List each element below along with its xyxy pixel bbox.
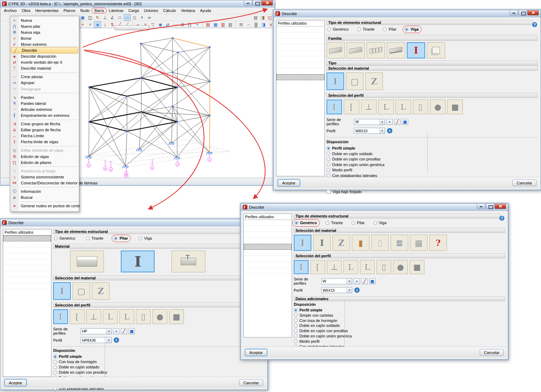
toolbar-icon[interactable]: ∞ (146, 14, 153, 21)
profile-list-item[interactable] (276, 26, 324, 32)
toolbar-icon[interactable]: ∏ (186, 21, 193, 28)
menu-item[interactable]: ↘ Pandeo (10, 94, 79, 100)
maximize-button[interactable] (518, 10, 527, 15)
profile-list-item[interactable] (3, 271, 51, 277)
familia-button[interactable] (387, 42, 405, 58)
menu-item[interactable]: ⋈ Conectar/Desconectar de interior de lá… (10, 180, 79, 186)
radio-option[interactable]: Con losa de hormigón (294, 318, 337, 323)
menu-item[interactable]: ▦ Editar ambiente de vigas (10, 147, 79, 153)
menubar-item[interactable]: Láminas (106, 8, 126, 13)
toolbar-icon[interactable]: + (194, 21, 201, 28)
profile-list-item[interactable] (244, 238, 292, 244)
menubar-item[interactable]: Barra (92, 8, 106, 13)
close-button[interactable] (261, 0, 273, 6)
toolbar-icon[interactable]: ▣ (79, 14, 86, 21)
aceptar-button[interactable]: Aceptar (245, 349, 267, 356)
familia-button[interactable] (367, 42, 385, 58)
menu-item[interactable]: + Nueva (10, 17, 79, 23)
toolbar-icon[interactable]: ◫ (87, 14, 94, 21)
perfil-select[interactable]: W8X10 (354, 128, 385, 134)
cancelar-button[interactable]: Cancelar (512, 179, 536, 186)
serie-tool-button[interactable]: + (354, 278, 360, 284)
dropdown-arrow-icon[interactable] (379, 119, 385, 125)
profile-shape-button[interactable]: L (343, 260, 358, 274)
radio-option[interactable]: Con losa de hormigón (53, 360, 97, 364)
material-button[interactable]: ▮ (352, 235, 369, 251)
help-icon[interactable]: ? (532, 22, 537, 27)
profile-list-item[interactable] (276, 50, 324, 56)
serie-tool-button[interactable]: + (386, 119, 393, 125)
toolbar-icon[interactable]: ≣ (179, 21, 186, 28)
radio-option[interactable]: Pilar (114, 236, 128, 241)
toolbar-icon[interactable]: ↻ (94, 14, 101, 21)
radio-option[interactable]: Genérico (294, 220, 317, 225)
profile-list-item[interactable] (244, 244, 292, 250)
serie-tool-button[interactable]: ▦ (129, 328, 135, 334)
toolbar-icon[interactable]: ∩ (245, 21, 252, 28)
profile-shape-button[interactable]: [ (310, 260, 325, 274)
profile-list-item[interactable] (3, 247, 51, 253)
toolbar-icon[interactable]: □ (116, 14, 123, 21)
menu-item[interactable]: ⌂ Sistema sismorresistente (10, 174, 79, 180)
menubar-item[interactable]: Archivo (1, 8, 19, 13)
radio-option[interactable]: Doble en cajón soldado (327, 152, 373, 156)
radio-option[interactable]: Genérico (327, 27, 349, 32)
profile-list-item[interactable] (244, 232, 292, 238)
material-button[interactable]: ▯ (371, 235, 389, 251)
profile-shape-button[interactable]: ● (153, 309, 167, 324)
menu-item[interactable]: ∗ Generar nudos en puntos de corte (10, 203, 79, 209)
menubar-item[interactable]: Ventana (179, 8, 198, 13)
profile-list-item[interactable] (276, 62, 324, 68)
material-big-button[interactable] (172, 251, 205, 272)
minimize-button[interactable] (477, 204, 485, 209)
material-button[interactable]: ▦ (410, 235, 428, 251)
toolbar-icon[interactable]: ∠ (109, 14, 116, 21)
toolbar-icon[interactable]: ▦ (212, 21, 219, 28)
serie-tool-button[interactable]: ╱ (121, 328, 127, 334)
profile-shape-button[interactable]: [ (344, 100, 359, 114)
toolbar-icon[interactable]: ▥ (219, 21, 226, 28)
material-button[interactable]: ? (429, 235, 447, 251)
radio-option[interactable]: Pilar (383, 27, 396, 32)
material-button[interactable]: ▢ (73, 282, 90, 300)
minimize-button[interactable] (510, 10, 518, 15)
profile-shape-button[interactable]: [ (70, 309, 85, 324)
material-button[interactable]: Z (92, 282, 110, 300)
toolbar-icon[interactable]: ⇄ (164, 21, 171, 28)
toolbar-icon[interactable]: ◉ (157, 21, 164, 28)
familia-button[interactable] (347, 42, 365, 58)
profile-shape-button[interactable]: ■ (410, 260, 424, 274)
menu-item[interactable]: ⇉ Crear grupos de flecha (10, 121, 79, 127)
profile-list-item[interactable] (276, 44, 324, 50)
radio-option[interactable]: Doble en cajón con presillas (53, 370, 107, 374)
dropdown-arrow-icon[interactable] (106, 329, 111, 334)
material-button[interactable]: ▢ (346, 72, 363, 90)
profile-shape-button[interactable]: ● (430, 100, 446, 114)
profile-shape-button[interactable]: ● (393, 260, 408, 274)
profile-list-item[interactable] (276, 32, 324, 38)
toolbar-icon[interactable]: ▤ (203, 21, 212, 28)
help-icon[interactable]: ? (499, 216, 504, 221)
radio-option[interactable]: Viga (138, 236, 152, 241)
material-big-button[interactable] (121, 251, 155, 272)
info-icon[interactable]: i (114, 337, 119, 343)
material-button[interactable]: I (313, 235, 331, 251)
menu-item[interactable]: ∿ Resistencia al fuego (10, 168, 79, 174)
aceptar-button[interactable]: Aceptar (278, 179, 300, 186)
profile-list-item[interactable] (3, 277, 51, 283)
material-button[interactable]: I (327, 72, 344, 90)
menubar-item[interactable]: Nudo (78, 8, 92, 13)
profile-shape-button[interactable]: ⊥ (361, 100, 377, 114)
cancelar-button[interactable]: Cancelar (480, 349, 504, 356)
radio-option[interactable]: Doble en cajón soldado (53, 365, 99, 369)
menu-item[interactable]: ⋯ Crear piezas (10, 74, 79, 80)
profile-shape-button[interactable]: L (103, 309, 118, 324)
menu-item[interactable]: ↧ Flecha límite de vigas (10, 139, 79, 145)
maximize-button[interactable] (486, 204, 494, 209)
radio-option[interactable]: Medio perfil (294, 339, 319, 343)
serie-select[interactable]: HP (81, 328, 112, 334)
menu-item[interactable]: ≣ Edición de vigas (10, 153, 79, 159)
profile-list-item[interactable] (244, 256, 292, 262)
menubar-item[interactable]: Carga (126, 8, 142, 13)
toolbar-icon[interactable]: ⊥ (101, 14, 108, 21)
